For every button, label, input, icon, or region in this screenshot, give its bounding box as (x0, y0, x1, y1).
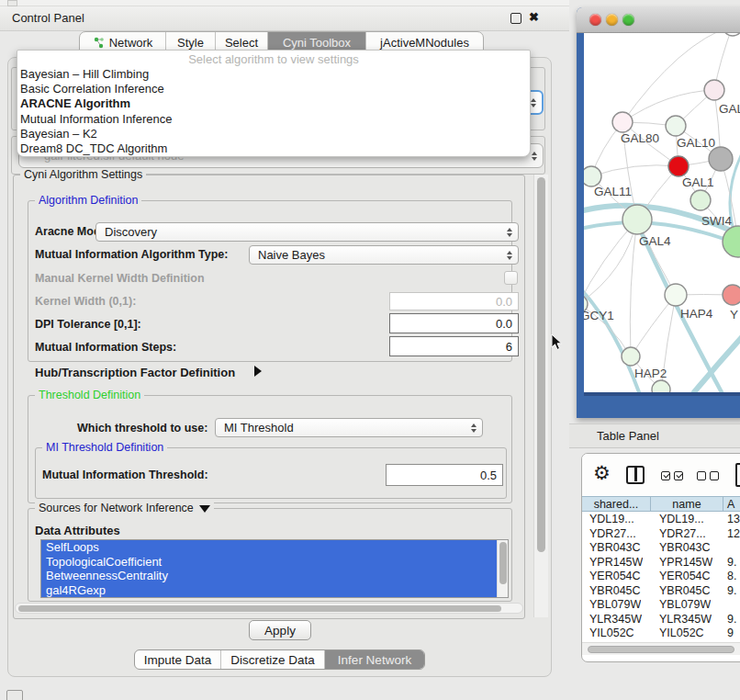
network-node[interactable] (652, 380, 670, 392)
network-node[interactable] (723, 285, 740, 305)
settings-vscrollbar[interactable] (533, 175, 548, 617)
table-toolbar: ⚙ (582, 454, 740, 495)
network-node[interactable] (584, 166, 601, 186)
deselect-all-checkboxes-icon[interactable] (697, 471, 706, 480)
list-item[interactable]: gal4RGexp (41, 583, 508, 598)
aracne-mode-combo[interactable]: Discovery (95, 222, 519, 242)
network-node[interactable] (723, 33, 740, 36)
mi-algorithm-type-combo[interactable]: Naive Bayes (249, 245, 519, 265)
tab-jactivemnodules-label: jActiveMNodules (380, 36, 469, 50)
aracne-mode-value: Discovery (105, 225, 157, 239)
network-node[interactable] (622, 347, 640, 366)
network-node[interactable] (612, 112, 633, 132)
list-item[interactable]: BetweennessCentrality (41, 569, 508, 583)
tab-impute-data[interactable]: Impute Data (135, 650, 221, 669)
mi-steps-field[interactable]: 6 (389, 336, 519, 356)
list-item[interactable]: TopologicalCoefficient (41, 555, 508, 570)
select-all-checkboxes-icon[interactable] (674, 471, 683, 480)
network-node[interactable] (666, 116, 686, 136)
node-label: GAL10 (677, 136, 715, 150)
gear-icon[interactable]: ⚙ (593, 462, 611, 484)
tab-network-label: Network (109, 36, 153, 50)
new-table-icon[interactable] (735, 463, 740, 487)
table-row[interactable]: YIL052CYIL052C9 (582, 627, 740, 641)
table-row[interactable]: YER054CYER054C8. (582, 570, 740, 584)
control-panel-title: Control Panel (12, 6, 84, 30)
hub-definition-toggle[interactable]: Hub/Transcription Factor Definition (35, 366, 235, 380)
network-window: GAL GAL80 GAL10 GAL11 GAL1 SWI4 GAL4 GCY… (577, 7, 740, 418)
which-threshold-combo[interactable]: MI Threshold (215, 418, 483, 437)
table-panel-title: Table Panel (597, 424, 659, 448)
threshold-definition-title: Threshold Definition (35, 389, 144, 402)
list-vscrollbar[interactable] (497, 540, 508, 597)
node-label: GAL11 (594, 185, 632, 198)
kernel-width-label: Kernel Width (0,1): (35, 294, 136, 309)
network-node-highlighted[interactable] (668, 156, 689, 176)
table-body: YDL19...YDL19...13 YDR27...YDR27...12 YB… (582, 513, 740, 642)
data-attributes-list: SelfLoops TopologicalCoefficient Between… (40, 539, 509, 598)
mi-threshold-field[interactable]: 0.5 (386, 464, 503, 486)
table-row[interactable]: YDR27...YDR27...12 (582, 527, 740, 542)
tab-select-label: Select (225, 36, 258, 50)
collapsed-panel-icon[interactable] (6, 690, 23, 700)
kernel-width-field[interactable]: 0.0 (389, 292, 519, 310)
edges-teal (584, 143, 740, 392)
top-strip (0, 0, 569, 6)
table-hscrollbar[interactable] (582, 642, 740, 655)
table-row[interactable]: YPR145WYPR145W9. (582, 556, 740, 570)
dropdown-item-highlighted[interactable]: ARACNE Algorithm (17, 96, 530, 111)
node-label: GAL80 (621, 131, 659, 145)
column-header-shared-name[interactable]: shared... (582, 497, 651, 511)
split-columns-icon[interactable] (626, 466, 645, 484)
algorithm-dropdown-popup: Select algorithm to view settings Bayesi… (17, 50, 531, 157)
node-label: GAL4 (639, 234, 671, 248)
cyni-bottom-tabs: Impute Data Discretize Data Infer Networ… (134, 649, 425, 670)
select-all-checkboxes-icon[interactable] (661, 471, 670, 480)
minimize-window-icon[interactable] (606, 14, 618, 26)
dropdown-item[interactable]: Bayesian – Hill Climbing (17, 67, 530, 82)
table-row[interactable]: YBR043CYBR043C (582, 541, 740, 556)
top-strip-notch (7, 0, 17, 6)
table-row[interactable]: YLR345WYLR345W9. (582, 613, 740, 627)
network-node[interactable] (709, 147, 733, 171)
node-label: GAL (719, 102, 740, 116)
tab-cyni-toolbox-label: Cyni Toolbox (283, 36, 351, 50)
network-node[interactable] (704, 80, 724, 100)
table-row[interactable]: YBL079WYBL079W (582, 598, 740, 613)
tab-infer-network[interactable]: Infer Network (325, 650, 424, 669)
sources-disclosure-icon[interactable] (199, 505, 210, 513)
network-node[interactable] (690, 190, 711, 210)
nodes (584, 33, 740, 392)
node-label: Y (730, 308, 738, 322)
canvas-bottom-shadow (584, 392, 740, 396)
deselect-all-checkboxes-icon[interactable] (710, 471, 719, 480)
network-window-titlebar[interactable] (577, 7, 740, 33)
dropdown-item[interactable]: Dream8 DC_TDC Algorithm (17, 141, 530, 156)
table-row[interactable]: YBR045CYBR045C9. (582, 584, 740, 599)
list-item[interactable]: SelfLoops (41, 540, 508, 555)
dropdown-item[interactable]: Bayesian – K2 (17, 127, 530, 141)
dropdown-item[interactable]: Mutual Information Inference (17, 112, 530, 127)
zoom-window-icon[interactable] (622, 14, 634, 26)
mi-algorithm-type-label: Mutual Information Algorithm Type: (35, 247, 228, 262)
tab-discretize-data[interactable]: Discretize Data (221, 650, 325, 669)
column-header-partial[interactable]: A (723, 497, 740, 511)
settings-hscrollbar[interactable] (15, 603, 523, 614)
hub-disclosure-icon[interactable] (254, 366, 262, 377)
table-panel: Table Panel ⚙ shared... name A YDL19...Y… (569, 423, 740, 700)
network-canvas[interactable]: GAL GAL80 GAL10 GAL11 GAL1 SWI4 GAL4 GCY… (584, 33, 740, 392)
apply-button[interactable]: Apply (249, 620, 311, 640)
sources-title-text[interactable]: Sources for Network Inference (39, 502, 194, 515)
column-header-name[interactable]: name (651, 497, 723, 511)
dropdown-item[interactable]: Basic Correlation Inference (17, 82, 530, 96)
network-node[interactable] (622, 205, 652, 234)
table-panel-titlebar[interactable]: Table Panel (569, 423, 740, 448)
table-row[interactable]: YDL19...YDL19...13 (582, 513, 740, 527)
close-panel-icon[interactable]: ✖ (529, 10, 539, 24)
control-panel-titlebar[interactable]: Control Panel ✖ (0, 6, 569, 31)
network-node[interactable] (665, 284, 687, 306)
float-panel-icon[interactable] (510, 13, 521, 24)
dpi-tolerance-field[interactable]: 0.0 (389, 313, 519, 333)
close-window-icon[interactable] (589, 14, 601, 26)
manual-kernel-checkbox[interactable] (504, 271, 518, 285)
